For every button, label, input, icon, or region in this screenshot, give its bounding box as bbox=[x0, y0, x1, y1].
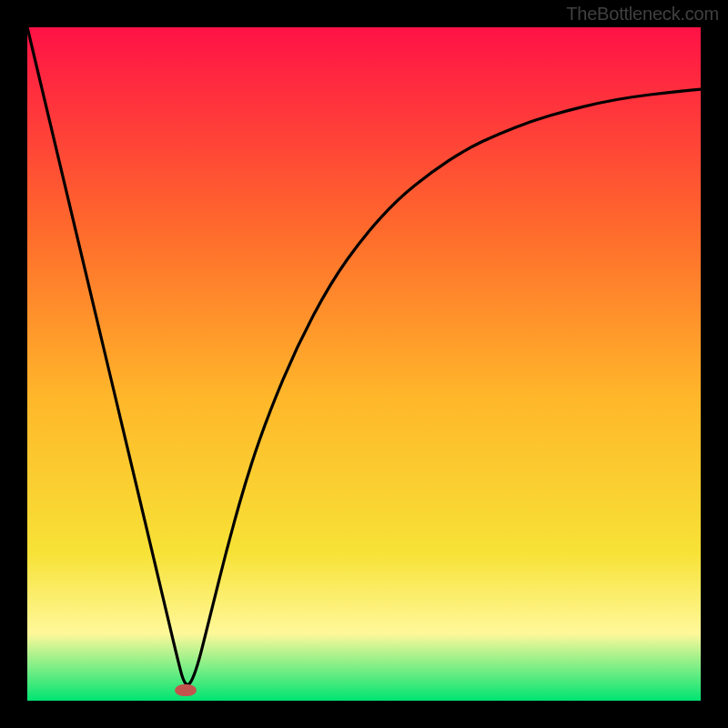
plot-area bbox=[27, 27, 701, 701]
minimum-marker bbox=[175, 684, 197, 696]
chart-stage: TheBottleneck.com bbox=[0, 0, 728, 728]
bottleneck-curve bbox=[27, 27, 701, 701]
attribution-text: TheBottleneck.com bbox=[566, 4, 719, 25]
